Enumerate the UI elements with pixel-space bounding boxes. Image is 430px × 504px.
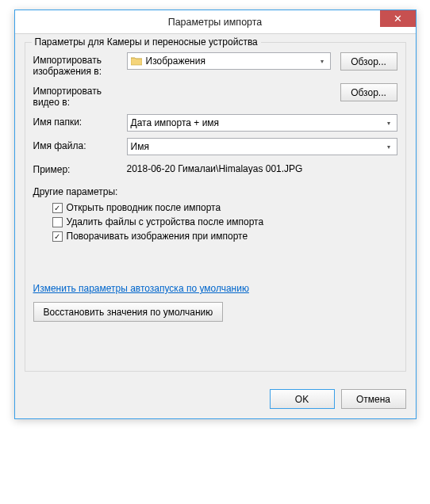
row-folder-name: Имя папки: Дата импорта + имя ▾	[33, 114, 397, 132]
spacer	[33, 322, 397, 358]
chevron-down-icon: ▾	[382, 116, 395, 129]
checkbox-label: Поворачивать изображения при импорте	[67, 231, 248, 242]
close-button[interactable]: ✕	[380, 10, 416, 27]
checkbox-label: Открыть проводник после импорта	[67, 202, 221, 213]
group-legend: Параметры для Камеры и переносные устрой…	[32, 36, 261, 48]
combo-file-name[interactable]: Имя ▾	[127, 138, 397, 155]
combo-folder-name[interactable]: Дата импорта + имя ▾	[127, 114, 397, 132]
label-import-videos: Импортировать видео в:	[33, 83, 122, 108]
client-area: Параметры для Камеры и переносные устрой…	[15, 34, 416, 381]
window-title: Параметры импорта	[168, 17, 263, 28]
titlebar: Параметры импорта ✕	[15, 10, 416, 34]
check-row-open-explorer: ✓ Открыть проводник после импорта	[52, 202, 397, 213]
chevron-down-icon: ▾	[382, 140, 395, 153]
import-settings-dialog: Параметры импорта ✕ Параметры для Камеры…	[14, 10, 417, 419]
checkbox-rotate[interactable]: ✓	[52, 231, 63, 242]
autorun-defaults-link[interactable]: Изменить параметры автозапуска по умолча…	[33, 283, 249, 294]
combo-value: Дата импорта + имя	[131, 117, 220, 128]
label-import-images: Импортировать изображения в:	[33, 52, 122, 77]
folder-icon	[131, 56, 142, 66]
dialog-button-row: OK Отмена	[15, 381, 416, 418]
row-import-videos: Импортировать видео в: Обзор...	[33, 83, 397, 108]
checkbox-label: Удалить файлы с устройства после импорта	[67, 216, 264, 227]
check-row-delete-files: Удалить файлы с устройства после импорта	[52, 216, 397, 227]
check-row-rotate: ✓ Поворачивать изображения при импорте	[52, 231, 397, 242]
combo-import-images[interactable]: Изображения ▾	[127, 52, 331, 70]
chevron-down-icon: ▾	[316, 55, 328, 67]
checkbox-delete-files[interactable]	[52, 217, 63, 227]
label-file-name: Имя файла:	[33, 138, 122, 151]
browse-videos-button[interactable]: Обзор...	[340, 83, 397, 101]
combo-value: Изображения	[146, 55, 205, 67]
browse-images-button[interactable]: Обзор...	[340, 52, 397, 71]
combo-value: Имя	[131, 141, 149, 152]
parameters-group: Параметры для Камеры и переносные устрой…	[25, 42, 406, 372]
label-folder-name: Имя папки:	[33, 114, 122, 128]
cancel-button[interactable]: Отмена	[341, 389, 406, 409]
ok-button[interactable]: OK	[270, 389, 335, 409]
checkbox-open-explorer[interactable]: ✓	[52, 203, 63, 213]
other-params-title: Другие параметры:	[33, 186, 397, 197]
row-example: Пример: 2018-06-20 Гималаи\Himalayas 001…	[33, 162, 397, 175]
example-value: 2018-06-20 Гималаи\Himalayas 001.JPG	[127, 162, 303, 174]
label-example: Пример:	[33, 162, 122, 175]
restore-defaults-button[interactable]: Восстановить значения по умолчанию	[33, 302, 224, 322]
close-icon: ✕	[394, 13, 402, 25]
row-import-images: Импортировать изображения в: Изображения…	[33, 52, 397, 77]
row-file-name: Имя файла: Имя ▾	[33, 138, 397, 155]
